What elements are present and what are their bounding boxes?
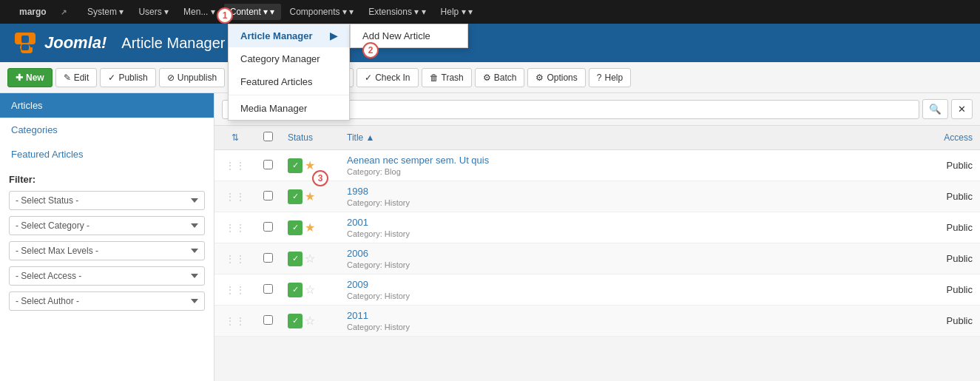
article-category: Category: History [347,229,913,238]
main-layout: Articles Categories Featured Articles Fi… [0,93,980,381]
filter-label: Filter: [9,174,205,185]
plus-icon: ✚ [16,73,23,83]
drag-handle[interactable]: ⋮⋮ [222,222,249,234]
unfeatured-star-icon[interactable]: ☆ [305,252,315,266]
featured-star-icon[interactable]: ★ [305,189,315,203]
published-check-icon[interactable]: ✓ [288,158,303,173]
featured-star-icon[interactable]: ★ [305,220,315,235]
unpublish-button[interactable]: ⊘ Unpublish [159,68,225,87]
articles-table-container: ⇅ Status Title ▲ [214,126,980,337]
new-button[interactable]: ✚ New [7,68,53,87]
access-cell: Public [921,306,980,337]
articles-table: ⇅ Status Title ▲ [214,126,980,337]
edit-button[interactable]: ✎ Edit [55,68,98,87]
unpublish-icon: ⊘ [167,73,175,83]
unfeatured-star-icon[interactable]: ☆ [305,314,315,328]
article-title-link[interactable]: 1998 [347,186,368,197]
nav-help[interactable]: Help ▾ [435,4,479,20]
status-icons: ✓ ★ [288,189,332,204]
table-row: ⋮⋮ ✓ ☆ 2006 Category: HistoryPublic [214,243,980,274]
article-title-link[interactable]: 2001 [347,217,368,228]
row-checkbox[interactable] [263,222,273,232]
published-check-icon[interactable]: ✓ [288,252,303,266]
nav-system[interactable]: System [81,4,129,20]
status-icons: ✓ ★ [288,158,332,173]
published-check-icon[interactable]: ✓ [288,220,303,235]
batch-button[interactable]: ⚙ Batch [475,68,525,87]
select-access[interactable]: - Select Access - [9,266,205,286]
article-title-link[interactable]: Aenean nec semper sem. Ut quis [347,155,489,166]
nav-menus[interactable]: Men... [178,4,221,20]
article-title-link[interactable]: 2006 [347,248,368,259]
step-indicator-1: 1 [217,7,233,24]
select-author[interactable]: - Select Author - [9,291,205,311]
drag-handle[interactable]: ⋮⋮ [222,160,249,172]
col-header-num[interactable]: ⇅ [214,126,256,150]
checkin-button[interactable]: ✓ Check In [356,68,418,87]
table-row: ⋮⋮ ✓ ★ 1998 Category: HistoryPublic [214,181,980,212]
publish-button[interactable]: ✓ Publish [100,68,155,87]
sidebar-item-featured-articles[interactable]: Featured Articles [0,142,214,166]
menu-item-article-manager[interactable]: Article Manager ▶ [229,24,349,47]
row-checkbox[interactable] [263,284,273,294]
trash-button[interactable]: 🗑 Trash [422,68,472,87]
featured-star-icon[interactable]: ★ [305,158,315,172]
submenu-arrow-icon: ▶ [330,30,337,41]
sidebar-item-articles[interactable]: Articles [0,93,214,118]
publish-icon: ✓ [108,73,115,83]
published-check-icon[interactable]: ✓ [288,189,303,204]
row-checkbox[interactable] [263,160,273,169]
select-max-levels[interactable]: - Select Max Levels - [9,241,205,260]
nav-users[interactable]: Users [132,4,175,20]
access-cell: Public [921,243,980,274]
status-icons: ✓ ☆ [288,314,332,328]
col-header-title[interactable]: Title ▲ [339,126,921,150]
menu-item-media-manager[interactable]: Media Manager [229,97,349,120]
step-indicator-3: 3 [312,170,328,186]
search-clear-button[interactable]: ✕ [951,99,973,119]
search-icon: 🔍 [929,104,942,115]
select-status[interactable]: - Select Status - [9,191,205,210]
step-indicator-2: 2 [362,42,379,58]
header-bar: Joomla! Article Manager [0,24,980,62]
access-cell: Public [921,212,980,243]
col-header-check[interactable] [256,126,280,150]
drag-handle[interactable]: ⋮⋮ [222,191,249,203]
page-title-header: Article Manager [121,35,225,52]
help-button[interactable]: ? Help [589,68,631,87]
logo-area: Joomla! [12,30,107,56]
access-cell: Public [921,181,980,212]
options-button[interactable]: ⚙ Options [527,68,585,87]
checkin-icon: ✓ [365,73,372,83]
table-row: ⋮⋮ ✓ ☆ 2011 Category: HistoryPublic [214,306,980,337]
drag-handle[interactable]: ⋮⋮ [222,315,249,327]
table-row: ⋮⋮ ✓ ★ 2001 Category: HistoryPublic [214,212,980,243]
nav-components[interactable]: Components ▾ [284,4,360,20]
options-icon: ⚙ [535,73,544,83]
article-title-link[interactable]: 2011 [347,310,368,321]
row-checkbox[interactable] [263,191,273,200]
menu-item-featured-articles[interactable]: Featured Articles [229,70,349,93]
help-icon: ? [597,73,602,83]
select-category[interactable]: - Select Category - [9,216,205,235]
search-button[interactable]: 🔍 [922,99,948,119]
published-check-icon[interactable]: ✓ [288,283,303,297]
sidebar-item-categories[interactable]: Categories [0,118,214,142]
row-checkbox[interactable] [263,315,273,325]
published-check-icon[interactable]: ✓ [288,314,303,328]
col-header-access[interactable]: Access [921,126,980,150]
access-cell: Public [921,150,980,181]
drag-handle[interactable]: ⋮⋮ [222,284,249,296]
article-category: Category: History [347,198,913,207]
brand-link[interactable]: margo ↗ [7,4,78,20]
svg-rect-4 [21,44,29,50]
table-row: ⋮⋮ ✓ ★ Aenean nec semper sem. Ut quis Ca… [214,150,980,181]
select-all-checkbox[interactable] [263,132,273,141]
nav-extensions[interactable]: Extensions ▾ [362,4,431,20]
drag-handle[interactable]: ⋮⋮ [222,253,249,265]
unfeatured-star-icon[interactable]: ☆ [305,283,315,297]
row-checkbox[interactable] [263,253,273,263]
col-header-status[interactable]: Status [280,126,339,150]
menu-item-category-manager[interactable]: Category Manager [229,47,349,70]
article-title-link[interactable]: 2009 [347,279,368,290]
